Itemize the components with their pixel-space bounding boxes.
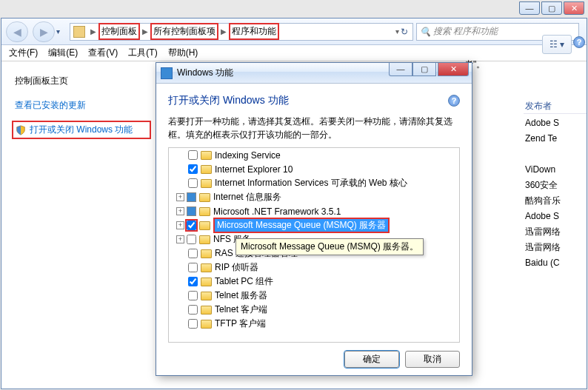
column-header-publisher[interactable]: 发布者 [524, 98, 587, 114]
expand-icon[interactable]: + [176, 221, 184, 229]
folder-icon [73, 26, 85, 38]
feature-item[interactable]: Telnet 服务器 [169, 289, 459, 303]
dialog-titlebar[interactable]: Windows 功能 — ▢ ✕ [156, 63, 472, 84]
feature-checkbox[interactable] [188, 178, 198, 188]
feature-label: Indexing Service [215, 150, 281, 161]
feature-label: Internet 信息服务 [213, 191, 281, 204]
feature-label: Internet Information Services 可承载的 Web 核… [215, 177, 407, 189]
dialog-description: 若要打开一种功能，请选择其复选框。若要关闭一种功能，请清除其复选框。填充的框表示… [168, 115, 460, 141]
feature-item[interactable]: Tablet PC 组件 [169, 275, 459, 289]
feature-item[interactable]: +Internet 信息服务 [169, 190, 459, 204]
feature-item[interactable]: Internet Information Services 可承载的 Web 核… [169, 176, 459, 190]
minimize-button[interactable]: — [519, 1, 540, 15]
list-item[interactable]: Baidu (C [524, 255, 587, 271]
folder-icon [199, 193, 210, 202]
feature-item[interactable]: +Microsoft .NET Framework 3.5.1 [169, 204, 459, 218]
dialog-close-button[interactable]: ✕ [438, 63, 469, 76]
dialog-minimize-button[interactable]: — [389, 63, 412, 76]
expand-icon[interactable]: + [176, 235, 184, 243]
help-icon[interactable]: ? [448, 95, 460, 107]
menu-view[interactable]: 查看(V) [88, 47, 118, 59]
breadcrumb-control-panel[interactable]: 控制面板 [98, 23, 140, 40]
menu-bar: 文件(F) 编辑(E) 查看(V) 工具(T) 帮助(H) [1, 45, 587, 61]
menu-tools[interactable]: 工具(T) [128, 47, 157, 59]
list-item[interactable]: 迅雷网络 [524, 240, 587, 255]
chevron-right-icon[interactable]: ▶ [140, 27, 150, 36]
folder-icon [201, 320, 212, 329]
list-item[interactable]: 360安全 [524, 178, 587, 193]
dialog-window-controls: — ▢ ✕ [389, 63, 469, 76]
list-item[interactable]: 酷狗音乐 [524, 193, 587, 209]
dialog-maximize-button[interactable]: ▢ [412, 63, 436, 76]
ok-button[interactable]: 确定 [344, 351, 399, 368]
sidebar-title: 控制面板主页 [15, 75, 151, 87]
folder-icon [199, 235, 210, 244]
folder-icon [201, 179, 212, 188]
help-icon[interactable]: ? [573, 36, 585, 48]
menu-help[interactable]: 帮助(H) [168, 47, 198, 59]
maximize-button[interactable]: ▢ [541, 1, 562, 15]
tooltip: Microsoft Message Queue (MSMQ) 服务器。 [235, 238, 424, 255]
list-item[interactable]: Zend Te [524, 131, 587, 147]
close-button[interactable]: ✕ [564, 1, 584, 15]
feature-label: Telnet 客户端 [215, 303, 267, 316]
feature-checkbox[interactable] [188, 263, 198, 272]
folder-icon [201, 278, 212, 286]
breadcrumb[interactable]: ▶ 控制面板 ▶ 所有控制面板项 ▶ 程序和功能 ▾ ↻ [70, 23, 413, 41]
shield-icon [15, 124, 27, 136]
feature-label: RIP 侦听器 [215, 261, 258, 274]
feature-checkbox[interactable] [188, 319, 198, 329]
link-windows-features[interactable]: 打开或关闭 Windows 功能 [12, 121, 151, 139]
folder-icon [199, 207, 210, 216]
feature-item[interactable]: Telnet 客户端 [169, 303, 459, 317]
feature-checkbox[interactable] [188, 305, 198, 315]
menu-edit[interactable]: 编辑(E) [48, 47, 78, 59]
feature-checkbox[interactable] [188, 164, 198, 174]
windows-icon [161, 67, 173, 79]
list-item[interactable] [524, 147, 587, 162]
folder-icon [201, 249, 212, 258]
feature-checkbox[interactable] [188, 150, 198, 160]
feature-item[interactable]: TFTP 客户端 [169, 317, 459, 331]
feature-label: Internet Explorer 10 [215, 164, 293, 175]
folder-icon [201, 151, 212, 160]
feature-label: TFTP 客户端 [215, 317, 266, 330]
nav-forward-button[interactable]: ▶ [33, 21, 55, 42]
feature-checkbox-partial[interactable] [187, 206, 196, 216]
breadcrumb-all-items[interactable]: 所有控制面板项 [150, 23, 218, 40]
nav-back-button[interactable]: ◀ [6, 21, 28, 42]
cancel-button[interactable]: 取消 [405, 351, 460, 368]
feature-item[interactable]: Internet Explorer 10 [169, 162, 459, 176]
refresh-icon[interactable]: ↻ [401, 27, 411, 37]
feature-checkbox[interactable] [188, 277, 198, 286]
expand-icon[interactable]: + [176, 193, 184, 201]
list-item[interactable]: 迅雷网络 [524, 224, 587, 240]
folder-icon [201, 292, 212, 300]
list-item[interactable]: Adobe S [524, 115, 587, 131]
folder-icon [199, 221, 210, 230]
feature-item[interactable]: Indexing Service [169, 148, 459, 162]
list-item[interactable]: Adobe S [524, 209, 587, 224]
feature-checkbox[interactable] [188, 249, 198, 258]
address-dropdown-icon[interactable]: ▾ [395, 27, 399, 36]
nav-history-dropdown[interactable]: ▾ [56, 27, 65, 36]
feature-label: Tablet PC 组件 [215, 275, 273, 288]
feature-checkbox[interactable] [187, 221, 196, 230]
feature-checkbox-partial[interactable] [187, 192, 196, 202]
list-item[interactable]: ViDown [524, 162, 587, 178]
folder-icon [201, 165, 212, 174]
feature-label: Telnet 服务器 [215, 289, 267, 302]
folder-icon [201, 263, 212, 272]
menu-file[interactable]: 文件(F) [9, 47, 38, 59]
feature-checkbox[interactable] [187, 235, 196, 244]
feature-item[interactable]: +Microsoft Message Queue (MSMQ) 服务器 [169, 218, 459, 232]
feature-checkbox[interactable] [188, 291, 198, 300]
breadcrumb-programs-features[interactable]: 程序和功能 [229, 23, 279, 40]
expand-icon[interactable]: + [176, 207, 184, 215]
view-mode-button[interactable]: ☷ ▾ [542, 35, 572, 54]
link-view-updates[interactable]: 查看已安装的更新 [15, 99, 151, 112]
link-label: 打开或关闭 Windows 功能 [30, 124, 133, 136]
chevron-right-icon[interactable]: ▶ [88, 27, 98, 36]
chevron-right-icon[interactable]: ▶ [218, 27, 229, 36]
feature-item[interactable]: RIP 侦听器 [169, 260, 459, 275]
